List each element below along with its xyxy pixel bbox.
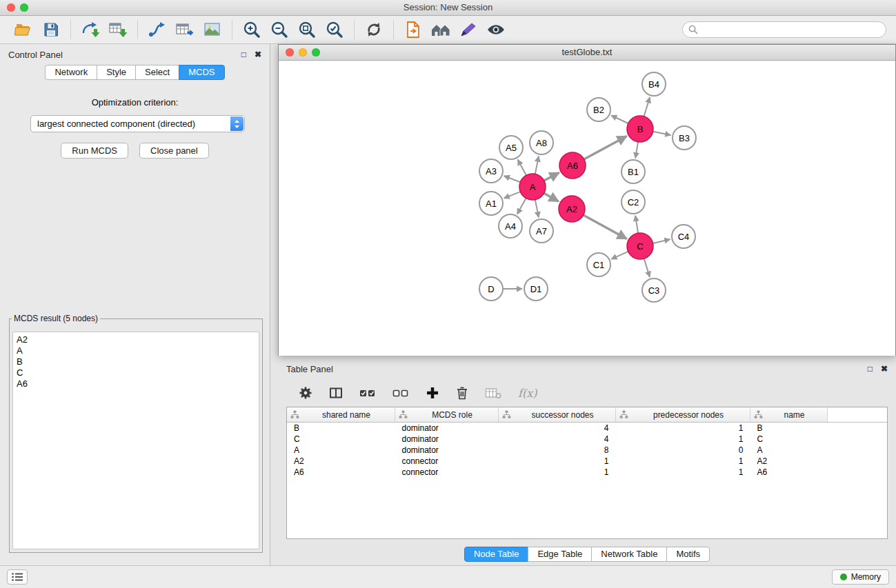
search-input[interactable] — [701, 24, 880, 35]
tab-edge-table[interactable]: Edge Table — [528, 547, 592, 562]
column-header-MCDS-role[interactable]: MCDS role — [395, 407, 499, 423]
mcds-result-item[interactable]: A6 — [17, 378, 255, 389]
table-cell[interactable]: 4 — [499, 423, 616, 434]
mcds-result-item[interactable]: C — [17, 367, 255, 378]
node-A[interactable]: A — [519, 174, 546, 200]
edge-A-A4[interactable] — [517, 199, 526, 214]
edge-A-A7[interactable] — [535, 200, 539, 218]
edge-B-B1[interactable] — [635, 142, 638, 159]
new-network-button[interactable] — [143, 18, 171, 41]
maximize-network-window-icon[interactable] — [312, 48, 320, 57]
edge-A-A8[interactable] — [535, 156, 539, 174]
select-all-button[interactable] — [359, 387, 376, 399]
table-row[interactable]: A6connector11A6 — [287, 467, 887, 478]
edge-A-A6[interactable] — [544, 172, 559, 181]
table-cell[interactable]: connector — [395, 456, 499, 467]
node-B2[interactable]: B2 — [587, 98, 610, 121]
node-C[interactable]: C — [627, 233, 653, 259]
export-image-button[interactable] — [199, 18, 226, 41]
table-cell[interactable]: A — [750, 445, 828, 456]
memory-button[interactable]: Memory — [832, 569, 889, 585]
optimization-criterion-select[interactable]: largest connected component (directed) — [30, 115, 245, 132]
table-settings-button[interactable] — [299, 386, 312, 400]
node-B1[interactable]: B1 — [621, 160, 645, 183]
edge-A-A1[interactable] — [504, 192, 521, 199]
close-panel-icon[interactable]: ✖ — [255, 50, 261, 59]
node-A8[interactable]: A8 — [530, 131, 553, 154]
close-window-icon[interactable] — [7, 3, 15, 12]
float-table-panel-icon[interactable]: □ — [868, 365, 873, 373]
mcds-result-item[interactable]: A2 — [17, 334, 255, 345]
show-graphics-details-button[interactable] — [482, 18, 510, 41]
table-cell[interactable]: A6 — [750, 467, 828, 478]
table-cell[interactable]: dominator — [395, 445, 499, 456]
edge-A6-B[interactable] — [584, 136, 627, 160]
table-row[interactable]: Adominator80A — [287, 445, 887, 456]
edge-B-B4[interactable] — [644, 97, 650, 116]
table-cell[interactable]: 1 — [499, 467, 616, 478]
unselect-all-button[interactable] — [392, 387, 409, 399]
node-C2[interactable]: C2 — [621, 190, 645, 214]
network-window-titlebar[interactable]: testGlobe.txt — [279, 45, 895, 61]
close-table-panel-icon[interactable]: ✖ — [881, 365, 888, 373]
tab-network[interactable]: Network — [45, 65, 97, 80]
table-cell[interactable]: dominator — [395, 434, 499, 445]
table-cell[interactable]: C — [750, 434, 828, 445]
tab-select[interactable]: Select — [135, 65, 179, 80]
tab-mcds[interactable]: MCDS — [179, 65, 224, 80]
mcds-result-item[interactable]: A — [17, 345, 255, 356]
node-A1[interactable]: A1 — [479, 192, 503, 215]
node-B4[interactable]: B4 — [642, 72, 666, 96]
add-column-button[interactable] — [426, 386, 439, 400]
table-cell[interactable]: B — [287, 423, 395, 434]
apply-style-button[interactable] — [455, 18, 482, 41]
minimize-network-window-icon[interactable] — [299, 48, 307, 57]
column-header-predecessor-nodes[interactable]: predecessor nodes — [616, 407, 750, 423]
run-mcds-button[interactable]: Run MCDS — [61, 143, 128, 159]
import-network-from-file-button[interactable] — [77, 18, 104, 41]
table-cell[interactable]: dominator — [395, 423, 499, 434]
node-C3[interactable]: C3 — [642, 278, 666, 302]
table-row[interactable]: Cdominator41C — [287, 434, 887, 445]
table-cell[interactable]: A — [287, 445, 395, 456]
edge-B-B2[interactable] — [611, 116, 628, 124]
edge-A-A5[interactable] — [518, 160, 526, 176]
zoom-in-button[interactable] — [238, 18, 266, 41]
table-row[interactable]: Bdominator41B — [287, 423, 887, 434]
table-cell[interactable]: 0 — [616, 445, 750, 456]
show-columns-button[interactable] — [329, 386, 343, 400]
edge-C-C2[interactable] — [635, 216, 638, 233]
save-session-button[interactable] — [37, 18, 65, 41]
mcds-result-list[interactable]: A2ABCA6 — [12, 332, 259, 549]
node-D[interactable]: D — [479, 277, 503, 301]
zoom-fit-button[interactable] — [293, 18, 321, 41]
table-cell[interactable]: 1 — [499, 456, 616, 467]
edge-C-C4[interactable] — [653, 239, 670, 243]
tab-node-table[interactable]: Node Table — [464, 547, 529, 562]
edge-A-A3[interactable] — [504, 176, 521, 182]
table-cell[interactable]: C — [287, 434, 395, 445]
column-header-shared-name[interactable]: shared name — [287, 407, 395, 423]
table-cell[interactable]: 4 — [499, 434, 616, 445]
edge-C-C1[interactable] — [611, 252, 628, 259]
node-C1[interactable]: C1 — [587, 253, 610, 276]
node-A3[interactable]: A3 — [479, 159, 503, 183]
refresh-view-button[interactable] — [360, 18, 388, 41]
tab-motifs[interactable]: Motifs — [666, 547, 710, 562]
edge-C-C3[interactable] — [644, 258, 650, 277]
tab-style[interactable]: Style — [97, 65, 136, 80]
network-canvas[interactable]: B4B2BB3A5A8A6B1A3AC2A1A2A4A7C4CC1C3DD1 — [279, 61, 895, 356]
edge-B-B3[interactable] — [653, 132, 671, 135]
edge-A2-C[interactable] — [584, 215, 627, 239]
close-network-window-icon[interactable] — [286, 48, 294, 57]
table-cell[interactable]: 1 — [616, 467, 750, 478]
network-graph[interactable]: B4B2BB3A5A8A6B1A3AC2A1A2A4A7C4CC1C3DD1 — [279, 61, 895, 356]
node-D1[interactable]: D1 — [524, 277, 548, 301]
mcds-result-item[interactable]: B — [17, 356, 255, 367]
tab-network-table[interactable]: Network Table — [591, 547, 667, 562]
node-C4[interactable]: C4 — [672, 225, 695, 248]
table-cell[interactable]: A6 — [287, 467, 395, 478]
delete-column-button[interactable] — [456, 386, 468, 400]
node-B3[interactable]: B3 — [673, 126, 696, 150]
edge-A-A2[interactable] — [544, 193, 559, 201]
